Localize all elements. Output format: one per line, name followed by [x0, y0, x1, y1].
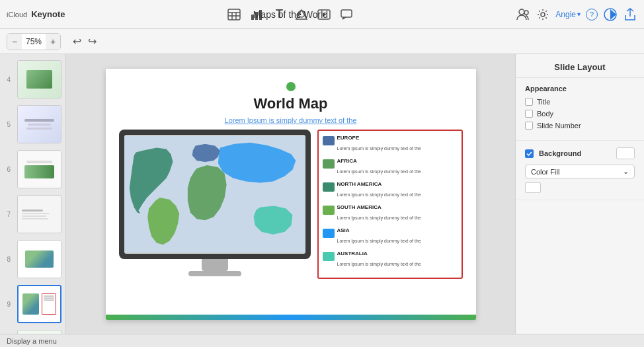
slide-row-7: 7: [0, 192, 65, 237]
australia-name: AUSTRALIA: [337, 251, 458, 256]
region-north-america: NORTH AMERICA Lorem Ipsum is simply dumm…: [323, 181, 458, 199]
background-section: Background Color Fill ⌄: [516, 141, 644, 200]
present-icon[interactable]: [603, 7, 618, 22]
settings-icon[interactable]: [536, 7, 550, 22]
app-branding: iCloud Keynote: [7, 9, 65, 19]
africa-text: AFRICA Lorem Ipsum is simply dummy text …: [337, 158, 458, 176]
canvas-area: World Map Lorem Ipsum is simply dummy te…: [66, 54, 515, 334]
display-menu-text: Display a menu: [7, 337, 57, 345]
slide-row-5: 5: [0, 102, 65, 147]
africa-name: AFRICA: [337, 158, 458, 164]
slide-row-9: 9: [0, 282, 65, 327]
svg-point-13: [541, 13, 545, 17]
south-america-name: SOUTH AMERICA: [337, 204, 458, 210]
background-row: Background: [525, 147, 635, 159]
slide-row-6: 6: [0, 147, 65, 192]
slide-number-7: 7: [0, 211, 11, 218]
title-checkbox[interactable]: [525, 98, 533, 106]
monitor-screen: [124, 135, 305, 254]
zoom-out-button[interactable]: −: [7, 33, 22, 50]
table-icon[interactable]: [227, 7, 241, 22]
australia-desc: Lorem Ipsum is simply dummy text of the: [337, 262, 421, 266]
monitor-base: [188, 271, 241, 276]
comment-icon[interactable]: [339, 7, 354, 22]
region-info-panel: EUROPE Lorem Ipsum is simply dummy text …: [317, 130, 463, 279]
slide-thumb-5[interactable]: [17, 105, 61, 143]
chevron-down-icon: ⌄: [623, 167, 629, 176]
south-america-icon: [323, 206, 335, 215]
slide-number-8: 8: [0, 256, 11, 263]
title-checkbox-row: Title: [525, 98, 635, 106]
slide-subtitle: Lorem Ipsum is simply dummy text of the: [132, 116, 450, 124]
svg-point-11: [519, 9, 524, 15]
background-color-swatch[interactable]: [616, 147, 635, 159]
icloud-label: iCloud: [7, 11, 27, 19]
slide-number-4: 4: [0, 76, 11, 83]
slide-thumb-7[interactable]: [17, 195, 61, 233]
toolbar-row: − 75% + ↩ ↪: [0, 29, 644, 54]
zoom-in-button[interactable]: +: [46, 33, 60, 50]
zoom-control[interactable]: − 75% +: [7, 33, 61, 50]
body-label: Body: [537, 110, 553, 118]
slide-body: EUROPE Lorem Ipsum is simply dummy text …: [106, 130, 476, 279]
share-icon[interactable]: [623, 7, 637, 22]
appearance-label: Appearance: [525, 85, 635, 93]
svg-rect-10: [341, 10, 352, 17]
chevron-down-icon: ▾: [577, 11, 581, 18]
help-button[interactable]: ?: [586, 9, 598, 20]
slide-panel: 4 5 6: [0, 54, 66, 334]
slide-row-4: 4: [0, 57, 65, 102]
slide-number-5: 5: [0, 121, 11, 128]
asia-desc: Lorem Ipsum is simply dummy text of the: [337, 239, 421, 243]
right-panel: Slide Layout Appearance Title Body Slide…: [515, 54, 644, 334]
background-checkbox[interactable]: [525, 149, 534, 158]
monitor-stand: [202, 259, 228, 271]
slide-row-10: 10: [0, 327, 65, 334]
north-america-text: NORTH AMERICA Lorem Ipsum is simply dumm…: [337, 181, 458, 199]
color-fill-label: Color Fill: [531, 168, 559, 176]
monitor-decoration: [119, 130, 311, 259]
top-bar-right: Angie ▾ ?: [516, 7, 637, 22]
slide-row-8: 8: [0, 237, 65, 282]
top-bar: iCloud Keynote Maps of the World T: [0, 0, 644, 29]
svg-point-12: [524, 11, 528, 15]
australia-text: AUSTRALIA Lorem Ipsum is simply dummy te…: [337, 251, 458, 268]
bottom-status-bar: Display a menu: [0, 334, 644, 347]
europe-name: EUROPE: [337, 135, 458, 141]
europe-desc: Lorem Ipsum is simply dummy text of the: [337, 146, 421, 151]
south-america-text: SOUTH AMERICA Lorem Ipsum is simply dumm…: [337, 204, 458, 222]
slide-number-checkbox-row: Slide Number: [525, 122, 635, 130]
bottom-decoration-bar: [106, 315, 476, 320]
undo-redo-group: ↩ ↪: [71, 34, 98, 49]
slide-title-area: World Map Lorem Ipsum is simply dummy te…: [106, 69, 476, 130]
region-africa: AFRICA Lorem Ipsum is simply dummy text …: [323, 158, 458, 176]
color-fill-dropdown[interactable]: Color Fill ⌄: [525, 165, 635, 178]
green-dot-decoration: [286, 82, 296, 91]
africa-icon: [323, 159, 335, 169]
slide-thumb-9[interactable]: [17, 285, 61, 323]
undo-button[interactable]: ↩: [71, 34, 83, 49]
body-checkbox-row: Body: [525, 110, 635, 118]
slide-main-title: World Map: [132, 95, 450, 112]
people-icon[interactable]: [516, 7, 530, 22]
slide-thumb-10[interactable]: [17, 330, 61, 334]
background-label: Background: [539, 149, 611, 157]
world-map-svg: [124, 135, 305, 254]
north-america-name: NORTH AMERICA: [337, 181, 458, 187]
body-checkbox[interactable]: [525, 110, 533, 118]
user-button[interactable]: Angie ▾: [555, 10, 581, 19]
redo-button[interactable]: ↪: [87, 34, 98, 49]
slide-number-checkbox[interactable]: [525, 122, 533, 130]
slide-thumb-4[interactable]: [17, 60, 61, 98]
slide-thumb-8[interactable]: [17, 240, 61, 278]
user-name: Angie: [555, 10, 576, 19]
slide-thumb-6[interactable]: [17, 150, 61, 188]
asia-text: ASIA Lorem Ipsum is simply dummy text of…: [337, 227, 458, 245]
monitor-area: [119, 130, 311, 279]
africa-desc: Lorem Ipsum is simply dummy text of the: [337, 169, 421, 174]
document-title: Maps of the World: [253, 9, 328, 20]
appearance-section: Appearance Title Body Slide Number: [516, 78, 644, 141]
fill-color-preview[interactable]: [525, 182, 541, 193]
north-america-icon: [323, 182, 335, 192]
panel-header: Slide Layout: [516, 54, 644, 78]
